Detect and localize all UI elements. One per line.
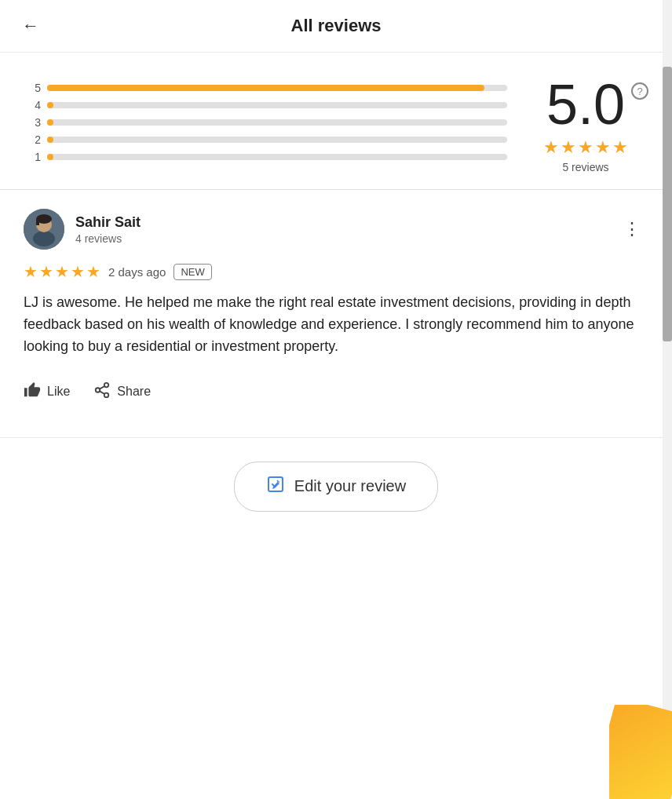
overall-rating: 5.0 ★★★★★ 5 reviews (523, 76, 648, 173)
bar-label: 1 (31, 151, 41, 163)
bar-label: 4 (31, 99, 41, 111)
svg-line-9 (100, 386, 104, 389)
svg-rect-4 (36, 219, 39, 225)
review-text: LJ is awesome. He helped me make the rig… (24, 292, 648, 358)
bar-row[interactable]: 5 (31, 82, 507, 94)
edit-review-icon (266, 475, 285, 498)
edit-review-section: Edit your review (0, 437, 672, 543)
like-label: Like (47, 385, 70, 399)
bar-track (47, 85, 507, 91)
rating-stars: ★★★★★ (523, 137, 648, 158)
help-icon[interactable]: ? (631, 82, 648, 100)
page-title: All reviews (291, 16, 382, 36)
avatar (24, 209, 64, 250)
yellow-corner-decoration (609, 705, 672, 799)
bar-dot (47, 119, 53, 126)
bar-label: 5 (31, 82, 41, 94)
yellow-shape (609, 705, 672, 799)
star-icon: ★ (595, 137, 611, 158)
bar-dot (47, 102, 53, 108)
bar-dot (47, 154, 53, 160)
edit-review-label: Edit your review (294, 477, 406, 495)
rating-number: 5.0 (523, 76, 648, 133)
like-icon (24, 381, 41, 403)
header: ← All reviews (0, 0, 672, 53)
share-button[interactable]: Share (93, 381, 151, 403)
more-options-button[interactable]: ⋮ (617, 216, 648, 243)
new-badge: NEW (173, 264, 211, 280)
scrollbar-thumb (663, 67, 672, 341)
review-star-icon: ★ (24, 262, 38, 281)
svg-line-8 (100, 391, 104, 394)
bars-section: 54321 (31, 82, 507, 168)
review-star-icon: ★ (86, 262, 100, 281)
bar-label: 3 (31, 116, 41, 129)
star-icon: ★ (561, 137, 576, 158)
bar-track (47, 102, 507, 108)
edit-review-button[interactable]: Edit your review (234, 462, 438, 512)
bar-row[interactable]: 2 (31, 133, 507, 146)
like-button[interactable]: Like (24, 381, 70, 403)
bar-dot (47, 137, 53, 143)
rating-count: 5 reviews (523, 161, 648, 173)
svg-point-6 (96, 388, 100, 392)
review-rating-row: ★★★★★ 2 days ago NEW (24, 262, 648, 281)
svg-point-1 (33, 231, 55, 246)
review-star-icon: ★ (39, 262, 53, 281)
bar-track (47, 137, 507, 143)
svg-point-7 (104, 392, 109, 397)
bar-row[interactable]: 4 (31, 99, 507, 111)
review-card: Sahir Sait 4 reviews ⋮ ★★★★★ 2 days ago … (0, 190, 672, 429)
share-icon (93, 381, 111, 403)
rating-summary: 54321 5.0 ★★★★★ 5 reviews (0, 53, 672, 189)
scrollbar[interactable] (663, 0, 672, 799)
review-star-icon: ★ (71, 262, 85, 281)
bar-track (47, 154, 507, 160)
star-icon: ★ (578, 137, 593, 158)
reviewer-name: Sahir Sait (75, 214, 141, 231)
bar-row[interactable]: 3 (31, 116, 507, 129)
reviewer-info: Sahir Sait 4 reviews (24, 209, 141, 250)
help-icon-wrapper: ? (631, 82, 648, 100)
review-stars: ★★★★★ (24, 262, 100, 281)
bar-row[interactable]: 1 (31, 151, 507, 163)
back-button[interactable]: ← (16, 13, 46, 39)
review-star-icon: ★ (55, 262, 69, 281)
bar-label: 2 (31, 133, 41, 146)
review-actions: Like Share (24, 381, 648, 403)
reviewer-header: Sahir Sait 4 reviews ⋮ (24, 209, 648, 250)
bar-track (47, 119, 507, 126)
reviewer-details: Sahir Sait 4 reviews (75, 214, 141, 245)
reviewer-meta: 4 reviews (75, 232, 141, 245)
bar-fill (47, 85, 484, 91)
share-label: Share (117, 385, 151, 399)
star-icon: ★ (612, 137, 628, 158)
review-date: 2 days ago (108, 265, 166, 279)
star-icon: ★ (543, 137, 559, 158)
svg-point-5 (104, 383, 109, 388)
